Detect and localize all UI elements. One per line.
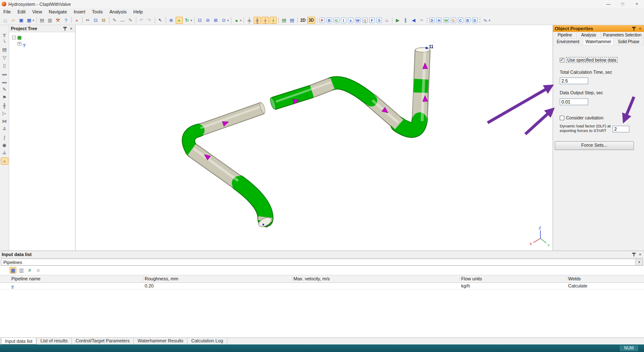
insert-support-button[interactable]: S — [377, 18, 382, 23]
tab-environment[interactable]: Environment — [553, 39, 583, 45]
split-pipe-button[interactable]: ✎ — [111, 17, 118, 24]
tree-item-project[interactable]: - ▣ — [12, 34, 75, 41]
node-marker-top[interactable] — [426, 47, 428, 49]
bend-tool-button[interactable]: B — [465, 18, 470, 23]
results-report-button[interactable]: ▤ — [288, 17, 296, 24]
insert-pump-button[interactable]: ♨ — [383, 17, 390, 24]
chart-results-button[interactable]: ∿ — [482, 17, 489, 24]
corrosion-tool-button[interactable]: C — [458, 18, 463, 23]
menu-tools[interactable]: Tools — [88, 8, 106, 16]
insert-tee-button[interactable]: t — [341, 18, 346, 23]
flask-tool-icon[interactable]: ▽ — [1, 54, 8, 61]
pin-icon[interactable] — [632, 252, 636, 256]
delete-button[interactable]: × — [73, 17, 80, 24]
category-dropdown[interactable]: Pipelines ▾ — [1, 259, 643, 266]
column-header-welds[interactable]: Welds — [568, 275, 581, 282]
insert-pipe-button[interactable]: P — [319, 18, 325, 23]
insert-gate-button[interactable]: G — [334, 18, 339, 23]
total-calc-time-input[interactable] — [560, 78, 588, 84]
grid-data-row[interactable]: ╥0.20kg/hCalculate — [0, 282, 644, 290]
loads-display-button[interactable]: ┼ — [270, 17, 277, 24]
cut-button[interactable]: ✂ — [84, 17, 91, 24]
menu-insert[interactable]: Insert — [70, 8, 89, 16]
tab-analysis[interactable]: Analysis — [577, 32, 601, 38]
column-header-roughness-mm[interactable]: Roughness, mm — [145, 275, 178, 282]
zoom-selected-button[interactable]: ⊙ — [220, 17, 227, 24]
column-header-flow-units[interactable]: Flow units — [461, 275, 482, 282]
column-header-pipeline-name[interactable]: Pipeline name — [11, 275, 41, 282]
wall-tool-button[interactable]: W — [444, 18, 449, 23]
input-report-button[interactable]: ▤ — [280, 17, 288, 24]
elbow-tool-icon[interactable]: └ — [1, 38, 8, 45]
close-icon[interactable]: × — [638, 252, 642, 257]
zoom-extents-button[interactable]: ⊞ — [212, 17, 219, 24]
render-mode-button[interactable]: ● — [233, 17, 240, 24]
menu-file[interactable]: File — [0, 8, 14, 16]
pause-analysis-button[interactable]: ∥ — [402, 17, 409, 24]
menu-view[interactable]: View — [29, 8, 46, 16]
cell-welds[interactable]: Calculate — [568, 282, 587, 289]
undo-button[interactable]: ↶ — [138, 17, 145, 24]
insert-weld-button[interactable]: W — [355, 18, 361, 23]
support-tool-icon[interactable]: ╨ — [1, 126, 8, 133]
tab-control-target-parameters[interactable]: Control/Target Parameters — [72, 338, 134, 344]
minimize-button[interactable]: — — [601, 0, 615, 8]
table-view-button-dropdown[interactable]: ▾ — [33, 19, 34, 22]
insert-orifice-button[interactable]: Q — [362, 18, 368, 23]
collapse-icon[interactable]: - — [12, 36, 16, 39]
maximize-button[interactable]: □ — [615, 0, 630, 8]
tab-solid-phase[interactable]: Solid Phase — [614, 39, 644, 45]
zoom-in-button[interactable]: ⊕ — [168, 17, 175, 24]
new-file-button[interactable]: □ — [2, 17, 9, 24]
report-tool-icon[interactable]: ▤ — [1, 46, 8, 53]
insert-flange-button[interactable]: F — [369, 18, 375, 23]
node-numbers-button[interactable]: ╫ — [254, 17, 261, 24]
tee-tool-icon[interactable]: ╫ — [1, 102, 8, 109]
menu-analysis[interactable]: Analysis — [106, 8, 130, 16]
use-specified-data-checkbox[interactable] — [560, 58, 564, 62]
pipe-tool-icon[interactable]: ╥ — [1, 30, 8, 37]
view-3d-button[interactable]: 3D — [307, 17, 315, 24]
pin-icon[interactable] — [632, 26, 636, 31]
tab-waterhammer[interactable]: Waterhammer — [583, 39, 613, 45]
tab-input-data-list[interactable]: Input data list — [1, 338, 36, 344]
close-button[interactable]: × — [630, 0, 644, 8]
tools-button[interactable]: ⚒ — [55, 17, 62, 24]
viewport-3d[interactable]: 11 1 Z X Y — [75, 25, 553, 251]
insulation-view-icon[interactable]: ○ — [35, 267, 42, 274]
grid-view-icon[interactable]: ▦ — [10, 267, 16, 274]
data-output-step-input[interactable] — [560, 98, 588, 105]
consider-cavitation-checkbox[interactable] — [560, 116, 564, 120]
zoom-out-button[interactable]: ⊖ — [204, 17, 211, 24]
table-view-button[interactable]: ▦ — [26, 17, 33, 24]
print-button[interactable]: ▤ — [39, 17, 46, 24]
drain-tool-button[interactable]: D — [472, 18, 478, 23]
branches-view-icon[interactable]: ▥ — [18, 267, 25, 274]
open-file-button[interactable]: ▱ — [10, 17, 17, 24]
pump-tool-icon[interactable]: ◉ — [1, 142, 8, 149]
circle-tool-icon[interactable]: ○ — [1, 158, 8, 165]
dimensions-button[interactable]: ╪ — [246, 17, 253, 24]
pin-icon[interactable] — [63, 26, 67, 31]
render-mode-button-dropdown[interactable]: ▾ — [240, 19, 242, 22]
select-cursor-button[interactable]: ↖ — [157, 17, 164, 24]
pipeline-3d-model[interactable] — [189, 48, 430, 229]
flag-tool-icon[interactable]: ⚑ — [1, 94, 8, 101]
refresh-view-button-dropdown[interactable]: ▾ — [191, 19, 192, 22]
pen-tool-icon[interactable]: ✎ — [1, 86, 8, 93]
dlf-input[interactable] — [613, 126, 629, 132]
refresh-view-button[interactable]: ↻ — [184, 17, 191, 24]
play-tool-icon[interactable]: ▷ — [1, 110, 8, 117]
capsule-tool-icon[interactable]: ▬ — [1, 70, 8, 77]
cap-tool-icon[interactable]: ▬ — [1, 78, 8, 85]
spring-tool-icon[interactable]: ∫ — [1, 134, 8, 141]
pan-button[interactable]: + — [176, 17, 183, 24]
run-analysis-button[interactable]: ▶ — [394, 17, 401, 24]
probe-tool-button[interactable]: ☞ — [418, 17, 425, 24]
redo-button[interactable]: ↷ — [146, 17, 153, 24]
help-button[interactable]: ? — [62, 17, 70, 24]
anchor-tool-icon[interactable]: ╧ — [1, 150, 8, 157]
tab-calculation-log[interactable]: Calculation Log — [187, 338, 227, 344]
welds-view-icon[interactable]: ≠ — [26, 267, 33, 274]
menu-navigate[interactable]: Navigate — [45, 8, 70, 16]
